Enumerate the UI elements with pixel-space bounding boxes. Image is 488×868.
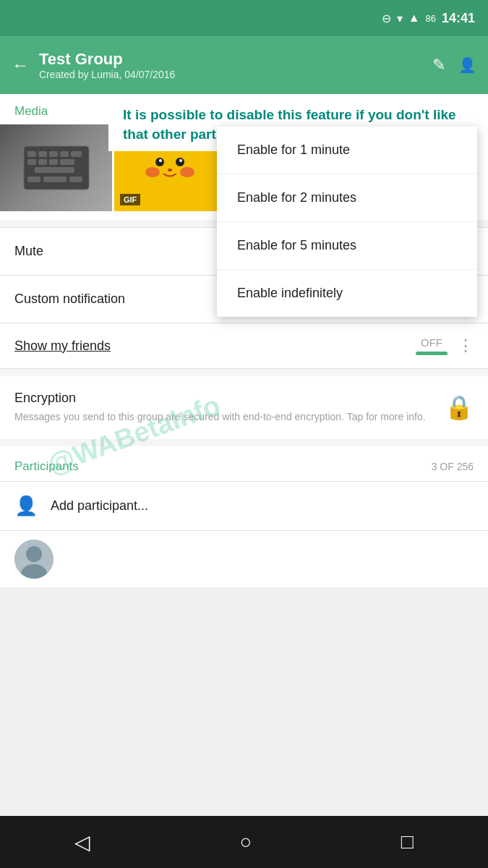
minus-icon: ⊖ [382,12,391,25]
mute-label: Mute [14,244,43,259]
status-time: 14:41 [442,11,475,26]
svg-rect-4 [60,151,69,157]
three-dots-icon[interactable]: ⋮ [458,336,474,355]
bottom-nav: ◁ ○ □ [0,816,488,868]
svg-rect-10 [35,167,74,173]
encryption-title: Encryption [14,391,430,406]
gray-separator-2 [0,369,488,376]
signal-icon: ▲ [408,12,420,25]
group-subtitle: Created by Lumia, 04/07/2016 [39,69,422,80]
show-my-friends-controls: OFF ⋮ [416,336,474,355]
status-icons: ⊖ ▾ ▲ 86 14:41 [382,11,475,26]
toggle-area: OFF [416,336,448,355]
lock-icon: 🔒 [445,393,474,421]
add-participant-row[interactable]: 👤 Add participant... [0,482,488,530]
dropdown-item-5min[interactable]: Enable for 5 minutes [217,222,477,270]
svg-rect-6 [27,159,36,165]
battery-icon: 86 [425,13,435,24]
dropdown-menu: Enable for 1 minute Enable for 2 minutes… [217,127,477,317]
recent-nav-icon[interactable]: □ [401,830,414,854]
dropdown-item-indefinitely[interactable]: Enable indefinitely [217,270,477,317]
toolbar: ← Test Group Created by Lumia, 04/07/201… [0,36,488,94]
show-my-friends-label: Show my friends [14,339,111,354]
group-info[interactable]: Test Group Created by Lumia, 04/07/2016 [39,50,422,80]
participants-header: Participants 3 OF 256 [0,446,488,481]
encryption-section[interactable]: Encryption Messages you send to this gro… [0,376,488,439]
encryption-text: Encryption Messages you send to this gro… [14,391,445,425]
svg-rect-13 [69,176,82,182]
encryption-description: Messages you send to this group are secu… [14,409,430,425]
avatar-svg [14,540,53,579]
status-bar: ⊖ ▾ ▲ 86 14:41 [0,0,488,36]
participant-row[interactable] [0,531,488,587]
svg-rect-5 [71,151,82,157]
back-nav-icon[interactable]: ◁ [74,830,90,854]
svg-rect-1 [27,151,36,157]
svg-point-29 [26,546,42,562]
gray-separator-3 [0,439,488,446]
svg-rect-12 [43,176,67,182]
dropdown-item-2min[interactable]: Enable for 2 minutes [217,174,477,222]
svg-point-21 [155,158,164,166]
edit-icon[interactable]: ✎ [432,56,445,75]
svg-rect-3 [49,151,58,157]
add-participant-icon: 👤 [14,495,38,517]
add-participant-label: Add participant... [51,498,148,514]
svg-point-25 [168,169,172,171]
svg-rect-8 [49,159,58,165]
keyboard-svg [20,142,93,193]
off-label: OFF [421,336,442,349]
add-participant-toolbar-icon[interactable]: 👤 [458,56,476,74]
custom-notification-label: Custom notification [14,292,125,307]
dropdown-item-1min[interactable]: Enable for 1 minute [217,127,477,174]
media-label: Media [14,104,48,119]
show-my-friends-row[interactable]: Show my friends OFF ⋮ [0,323,488,368]
back-button[interactable]: ← [12,55,29,75]
svg-rect-7 [38,159,47,165]
media-thumb-keyboard[interactable] [0,124,112,211]
participant-avatar [14,540,53,579]
participants-count: 3 OF 256 [432,461,474,472]
wifi-icon: ▾ [397,12,403,25]
toolbar-actions: ✎ 👤 [432,56,476,75]
toggle-bar [416,352,448,355]
svg-point-24 [179,159,182,162]
svg-point-23 [159,159,162,162]
svg-rect-9 [60,159,74,165]
svg-rect-11 [27,176,40,182]
gif-badge: GIF [120,194,140,205]
svg-point-26 [145,167,160,177]
svg-point-22 [176,158,184,166]
participants-label: Participants [14,459,79,474]
svg-rect-2 [38,151,47,157]
group-title: Test Group [39,50,422,69]
home-nav-icon[interactable]: ○ [240,830,252,854]
svg-point-27 [180,167,194,177]
